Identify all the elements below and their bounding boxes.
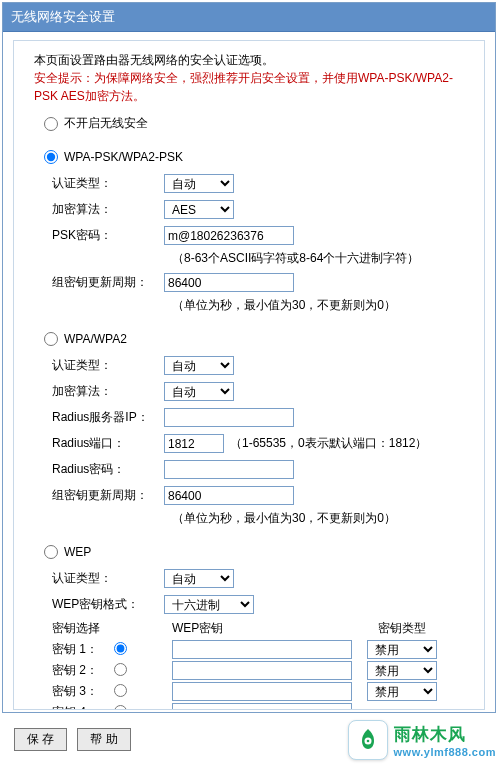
section-disable: 不开启无线安全: [44, 115, 464, 132]
radio-wep-label: WEP: [64, 545, 91, 559]
wpapsk-auth-label: 认证类型：: [44, 175, 164, 192]
wep-col-select: 密钥选择: [44, 620, 172, 637]
wpa-radiuspw-input[interactable]: [164, 460, 294, 479]
wep-auth-select[interactable]: 自动: [164, 569, 234, 588]
save-button[interactable]: 保 存: [14, 728, 67, 751]
wpa-enc-select[interactable]: 自动: [164, 382, 234, 401]
watermark-text: 雨林木风 www.ylmf888.com: [394, 723, 496, 758]
wpapsk-auth-select[interactable]: 自动: [164, 174, 234, 193]
wep-key-row: 密钥 3： 禁用: [44, 682, 464, 701]
watermark-cn: 雨林木风: [394, 723, 496, 746]
wep-key3-input[interactable]: [172, 682, 352, 701]
section-wpa: WPA/WPA2 认证类型： 自动 加密算法： 自动 Radius服务器IP： …: [44, 332, 464, 527]
wpa-rekey-label: 组密钥更新周期：: [44, 487, 164, 504]
wep-key3-label: 密钥 3：: [44, 683, 114, 700]
wep-table-header: 密钥选择 WEP密钥 密钥类型: [44, 620, 464, 637]
wep-key2-label: 密钥 2：: [44, 662, 114, 679]
wpapsk-psk-input[interactable]: [164, 226, 294, 245]
wep-format-label: WEP密钥格式：: [44, 596, 164, 613]
wpa-radiusport-label: Radius端口：: [44, 435, 164, 452]
section-wep: WEP 认证类型： 自动 WEP密钥格式： 十六进制 密钥选择 WEP密钥 密钥…: [44, 545, 464, 710]
help-button[interactable]: 帮 助: [77, 728, 130, 751]
wpa-auth-select[interactable]: 自动: [164, 356, 234, 375]
wpapsk-rekey-hint: （单位为秒，最小值为30，不更新则为0）: [172, 297, 464, 314]
panel-body: 本页面设置路由器无线网络的安全认证选项。 安全提示：为保障网络安全，强烈推荐开启…: [13, 40, 485, 710]
wep-key-row: 密钥 2： 禁用: [44, 661, 464, 680]
watermark-icon: [348, 720, 388, 760]
wpa-radiusip-label: Radius服务器IP：: [44, 409, 164, 426]
wpapsk-rekey-label: 组密钥更新周期：: [44, 274, 164, 291]
wep-key2-input[interactable]: [172, 661, 352, 680]
wpapsk-psk-label: PSK密码：: [44, 227, 164, 244]
footer-buttons: 保 存 帮 助: [14, 728, 131, 751]
wpapsk-psk-hint: （8-63个ASCII码字符或8-64个十六进制字符）: [172, 250, 464, 267]
wep-key3-type[interactable]: 禁用: [367, 682, 437, 701]
wep-key-row: 密钥 1： 禁用: [44, 640, 464, 659]
wep-key1-radio[interactable]: [114, 642, 127, 655]
wpa-radiuspw-label: Radius密码：: [44, 461, 164, 478]
wpa-enc-label: 加密算法：: [44, 383, 164, 400]
watermark-url: www.ylmf888.com: [394, 746, 496, 758]
wep-key1-input[interactable]: [172, 640, 352, 659]
wep-key-row: 密钥 4：: [44, 703, 464, 710]
wpa-radiusport-hint: （1-65535，0表示默认端口：1812）: [230, 435, 427, 452]
radio-disable[interactable]: [44, 117, 58, 131]
wep-col-key: WEP密钥: [172, 620, 362, 637]
wep-key1-label: 密钥 1：: [44, 641, 114, 658]
intro-warning: 安全提示：为保障网络安全，强烈推荐开启安全设置，并使用WPA-PSK/WPA2-…: [34, 71, 453, 103]
wep-key2-radio[interactable]: [114, 663, 127, 676]
wep-key4-label: 密钥 4：: [44, 704, 114, 710]
radio-wpa-label: WPA/WPA2: [64, 332, 127, 346]
radio-wep[interactable]: [44, 545, 58, 559]
radio-wpapsk[interactable]: [44, 150, 58, 164]
svg-point-1: [366, 740, 369, 743]
watermark: 雨林木风 www.ylmf888.com: [348, 720, 496, 760]
panel-title: 无线网络安全设置: [3, 3, 495, 32]
wep-key1-type[interactable]: 禁用: [367, 640, 437, 659]
radio-disable-label: 不开启无线安全: [64, 115, 148, 132]
intro-text: 本页面设置路由器无线网络的安全认证选项。 安全提示：为保障网络安全，强烈推荐开启…: [34, 51, 464, 105]
section-wpapsk: WPA-PSK/WPA2-PSK 认证类型： 自动 加密算法： AES PSK密…: [44, 150, 464, 314]
wpa-radiusip-input[interactable]: [164, 408, 294, 427]
radio-wpapsk-label: WPA-PSK/WPA2-PSK: [64, 150, 183, 164]
wpapsk-enc-label: 加密算法：: [44, 201, 164, 218]
wpa-auth-label: 认证类型：: [44, 357, 164, 374]
wep-key2-type[interactable]: 禁用: [367, 661, 437, 680]
wpa-rekey-hint: （单位为秒，最小值为30，不更新则为0）: [172, 510, 464, 527]
wep-format-select[interactable]: 十六进制: [164, 595, 254, 614]
settings-panel: 无线网络安全设置 本页面设置路由器无线网络的安全认证选项。 安全提示：为保障网络…: [2, 2, 496, 713]
wep-auth-label: 认证类型：: [44, 570, 164, 587]
wep-key4-input[interactable]: [172, 703, 352, 710]
wpapsk-enc-select[interactable]: AES: [164, 200, 234, 219]
wep-key3-radio[interactable]: [114, 684, 127, 697]
svg-point-0: [364, 738, 371, 745]
intro-line1: 本页面设置路由器无线网络的安全认证选项。: [34, 53, 274, 67]
wep-key4-radio[interactable]: [114, 705, 127, 711]
wpa-rekey-input[interactable]: [164, 486, 294, 505]
wpa-radiusport-input[interactable]: [164, 434, 224, 453]
radio-wpa[interactable]: [44, 332, 58, 346]
wep-col-type: 密钥类型: [362, 620, 442, 637]
wpapsk-rekey-input[interactable]: [164, 273, 294, 292]
